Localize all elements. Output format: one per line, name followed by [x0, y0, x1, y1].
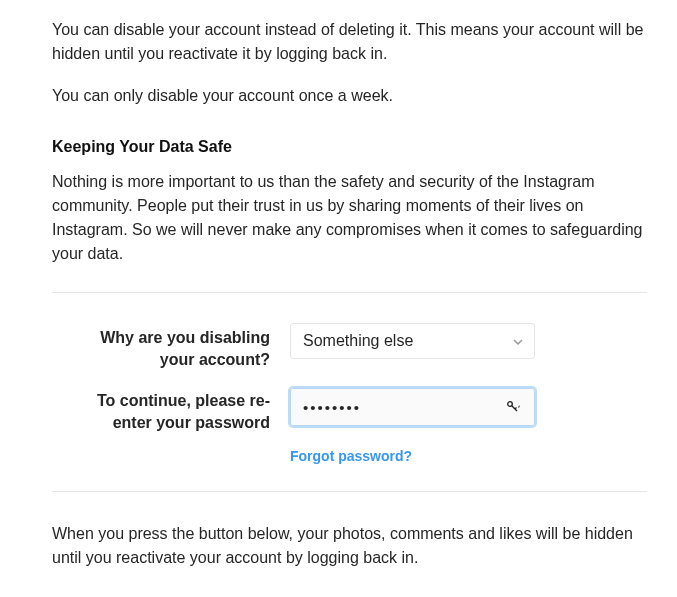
- password-row: To continue, please re-enter your passwo…: [80, 388, 607, 433]
- forgot-password-link[interactable]: Forgot password?: [290, 448, 412, 464]
- svg-point-0: [508, 402, 513, 407]
- divider-bottom: [52, 491, 647, 492]
- disable-form: Why are you disabling your account? Some…: [52, 323, 647, 465]
- key-icon[interactable]: [506, 400, 522, 414]
- reason-selected-value: Something else: [303, 332, 512, 350]
- intro-paragraph-1: You can disable your account instead of …: [52, 18, 647, 66]
- forgot-password-row: Forgot password?: [80, 447, 607, 465]
- chevron-down-icon: [512, 336, 522, 346]
- password-input-wrapper: [290, 388, 535, 426]
- reason-select[interactable]: Something else: [290, 323, 535, 359]
- safety-body: Nothing is more important to us than the…: [52, 170, 647, 266]
- divider-top: [52, 292, 647, 293]
- password-input[interactable]: [303, 399, 506, 416]
- password-label: To continue, please re-enter your passwo…: [80, 388, 290, 433]
- reason-row: Why are you disabling your account? Some…: [80, 323, 607, 370]
- confirm-note: When you press the button below, your ph…: [52, 522, 647, 570]
- reason-label: Why are you disabling your account?: [80, 323, 290, 370]
- safety-heading: Keeping Your Data Safe: [52, 138, 647, 156]
- intro-paragraph-2: You can only disable your account once a…: [52, 84, 647, 108]
